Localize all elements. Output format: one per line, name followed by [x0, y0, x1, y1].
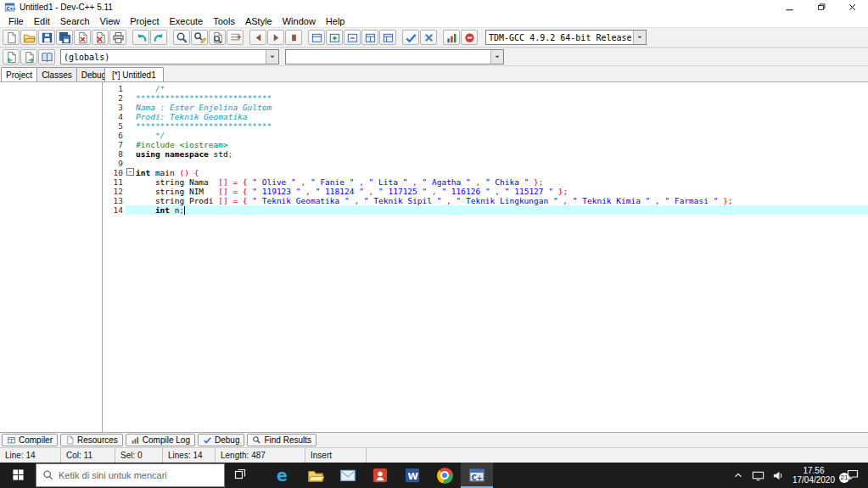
close-button[interactable] [74, 30, 91, 45]
line-number[interactable]: 9 [103, 159, 126, 168]
menu-help[interactable]: Help [321, 16, 350, 26]
taskbar-app-word[interactable]: W [396, 463, 428, 488]
goto-line-button[interactable] [227, 30, 244, 45]
code-line[interactable]: 14 int n; [103, 205, 868, 215]
save-all-button[interactable] [56, 30, 73, 45]
menu-astyle[interactable]: AStyle [240, 16, 277, 26]
forward-button[interactable] [267, 30, 284, 45]
minimize-button[interactable] [774, 0, 805, 14]
stop-button[interactable] [285, 30, 302, 45]
bottom-tab-debug[interactable]: Debug [198, 434, 244, 446]
add-file-button[interactable] [326, 30, 343, 45]
line-number[interactable]: 3 [103, 103, 126, 112]
find-button[interactable] [173, 30, 190, 45]
window-layout-button[interactable] [379, 30, 396, 45]
task-view-button[interactable] [225, 463, 255, 488]
display-icon[interactable] [752, 469, 764, 482]
new-file-button[interactable] [3, 30, 20, 45]
code-line[interactable]: 8using namespace std; [103, 149, 868, 159]
code-line[interactable]: 13 string Prodi [] = { " Teknik Geomatik… [103, 196, 868, 205]
chevron-down-icon[interactable] [266, 50, 278, 64]
menu-project[interactable]: Project [125, 16, 164, 26]
volume-icon[interactable] [772, 469, 785, 482]
maximize-button[interactable] [805, 0, 837, 14]
profiling-log-button[interactable] [461, 30, 478, 45]
tab-classes[interactable]: Classes [36, 67, 77, 81]
taskbar-app-mail[interactable] [332, 463, 364, 488]
open-button[interactable] [20, 30, 37, 45]
replace-button[interactable] [191, 30, 208, 45]
redo-button[interactable] [150, 30, 167, 45]
clean-button[interactable] [420, 30, 437, 45]
taskbar-clock[interactable]: 17.56 17/04/2020 [792, 466, 835, 485]
save-button[interactable] [38, 30, 55, 45]
line-number[interactable]: 1 [103, 84, 126, 93]
line-number[interactable]: 10 [103, 168, 126, 177]
code-line[interactable]: 10-int main () { [103, 168, 868, 177]
print-button[interactable] [109, 30, 126, 45]
line-number[interactable]: 5 [103, 121, 126, 131]
code-line[interactable]: 7#include <iostream> [103, 140, 868, 149]
bottom-tab-find-results[interactable]: Find Results [247, 434, 316, 446]
undo-button[interactable] [132, 30, 149, 45]
line-number[interactable]: 8 [103, 149, 126, 159]
chevron-down-icon[interactable] [633, 31, 646, 44]
back-button[interactable] [249, 30, 266, 45]
tab-project[interactable]: Project [1, 67, 37, 81]
code-line[interactable]: 4Prodi: Teknik Geomatika [103, 112, 868, 121]
code-line[interactable]: 3Nama : Ester Enjelina Gultom [103, 103, 868, 112]
taskbar-app-chrome[interactable] [428, 463, 461, 488]
fold-marker[interactable]: - [126, 168, 134, 176]
remove-file-button[interactable] [344, 30, 361, 45]
chevron-down-icon[interactable] [490, 50, 503, 64]
code-line[interactable]: 1 /* [103, 84, 868, 93]
globals-select[interactable]: (globals) [60, 49, 279, 65]
line-number[interactable]: 12 [103, 187, 126, 196]
editor-tab[interactable]: [*] Untitled1 [104, 67, 164, 81]
bottom-tab-compiler[interactable]: Compiler [2, 434, 58, 446]
page-back-button[interactable] [3, 49, 20, 65]
code-line[interactable]: 12 string NIM [] = { " 119123 " , " 1181… [103, 187, 868, 196]
profile-button[interactable] [443, 30, 460, 45]
taskbar-search[interactable] [36, 463, 225, 487]
code-line[interactable]: 2**************************** [103, 93, 868, 103]
start-button[interactable] [0, 463, 36, 488]
line-number[interactable]: 2 [103, 93, 126, 103]
syntax-check-button[interactable] [402, 30, 419, 45]
code-area[interactable]: 1 /*2****************************3Nama :… [103, 82, 868, 432]
compiler-select[interactable]: TDM-GCC 4.9.2 64-bit Release [485, 30, 647, 45]
menu-edit[interactable]: Edit [29, 16, 55, 26]
code-line[interactable]: 6 */ [103, 131, 868, 140]
project-options-button[interactable] [361, 30, 378, 45]
code-line[interactable]: 9 [103, 159, 868, 168]
taskbar-app-edge[interactable]: e [267, 463, 300, 488]
members-select[interactable] [285, 49, 504, 65]
code-line[interactable]: 5**************************** [103, 121, 868, 131]
line-number[interactable]: 13 [103, 196, 126, 205]
menu-view[interactable]: View [95, 16, 126, 26]
menu-window[interactable]: Window [277, 16, 321, 26]
search-input[interactable] [59, 470, 218, 480]
code-line[interactable]: 11 string Nama [] = { " Olive " , " Fani… [103, 177, 868, 187]
project-browser-panel[interactable] [0, 82, 103, 432]
line-number[interactable]: 7 [103, 140, 126, 149]
action-center-button[interactable]: 21 [846, 468, 860, 483]
hidden-icons-chevron[interactable] [732, 469, 744, 481]
menu-file[interactable]: File [3, 16, 29, 26]
line-number[interactable]: 14 [103, 205, 126, 215]
taskbar-app-devcpp[interactable]: C++ [461, 463, 493, 488]
menu-execute[interactable]: Execute [164, 16, 208, 26]
line-number[interactable]: 6 [103, 131, 126, 140]
close-button[interactable] [837, 0, 868, 14]
line-number[interactable]: 11 [103, 177, 126, 187]
bottom-tab-compile-log[interactable]: Compile Log [126, 434, 195, 446]
menu-search[interactable]: Search [55, 16, 95, 26]
book-button[interactable] [38, 49, 55, 65]
taskbar-app-red-app[interactable] [364, 463, 396, 488]
bottom-tab-resources[interactable]: Resources [60, 434, 123, 446]
new-project-button[interactable] [308, 30, 325, 45]
find-in-files-button[interactable] [209, 30, 226, 45]
close-all-button[interactable] [92, 30, 109, 45]
taskbar-app-file-explorer[interactable] [300, 463, 332, 488]
menu-tools[interactable]: Tools [208, 16, 240, 26]
